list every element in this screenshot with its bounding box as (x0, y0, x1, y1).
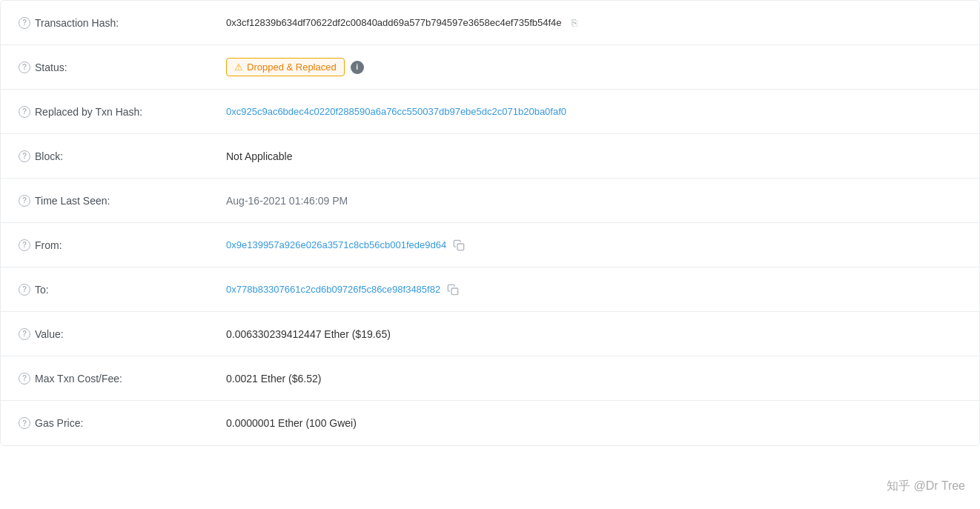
hash-value-transaction: 0x3cf12839b634df70622df2c00840add69a577b… (226, 17, 562, 28)
label-from: ? From: (19, 239, 226, 251)
help-icon-gas-price[interactable]: ? (19, 417, 30, 429)
value-to: 0x778b83307661c2cd6b09726f5c86ce98f3485f… (226, 283, 961, 296)
help-icon-from[interactable]: ? (19, 239, 30, 251)
warning-icon: ⚠ (234, 61, 243, 73)
row-gas-price: ? Gas Price: 0.0000001 Ether (100 Gwei) (1, 401, 979, 445)
copy-icon-transaction-hash[interactable]: ⎘ (568, 16, 581, 30)
replaced-by-hash-link[interactable]: 0xc925c9ac6bdec4c0220f288590a6a76cc55003… (226, 106, 566, 117)
label-max-txn-cost: ? Max Txn Cost/Fee: (19, 373, 226, 385)
label-text-status: Status: (35, 61, 67, 73)
value-replaced-by: 0xc925c9ac6bdec4c0220f288590a6a76cc55003… (226, 106, 961, 117)
eth-value-text: 0.006330239412447 Ether ($19.65) (226, 328, 391, 340)
value-transaction-hash: 0x3cf12839b634df70622df2c00840add69a577b… (226, 16, 961, 30)
label-text-value: Value: (35, 328, 64, 340)
max-txn-cost-text: 0.0021 Ether ($6.52) (226, 373, 321, 385)
value-gas-price: 0.0000001 Ether (100 Gwei) (226, 417, 961, 429)
label-text-gas-price: Gas Price: (35, 417, 83, 429)
row-block: ? Block: Not Applicable (1, 134, 979, 179)
from-address-link[interactable]: 0x9e139957a926e026a3571c8cb56cb001fede9d… (226, 239, 446, 250)
label-block: ? Block: (19, 150, 226, 162)
value-max-txn-cost: 0.0021 Ether ($6.52) (226, 373, 961, 385)
row-time-last-seen: ? Time Last Seen: Aug-16-2021 01:46:09 P… (1, 179, 979, 223)
label-transaction-hash: ? Transaction Hash: (19, 17, 226, 29)
copy-icon-to[interactable] (446, 283, 460, 296)
help-icon-block[interactable]: ? (19, 150, 30, 162)
svg-rect-1 (451, 288, 458, 295)
value-time-last-seen: Aug-16-2021 01:46:09 PM (226, 195, 961, 207)
value-block: Not Applicable (226, 150, 961, 162)
label-text-replaced-by: Replaced by Txn Hash: (35, 106, 142, 118)
row-status: ? Status: ⚠ Dropped & Replaced i (1, 45, 979, 90)
row-value: ? Value: 0.006330239412447 Ether ($19.65… (1, 312, 979, 356)
gas-price-text: 0.0000001 Ether (100 Gwei) (226, 417, 357, 429)
row-max-txn-cost: ? Max Txn Cost/Fee: 0.0021 Ether ($6.52) (1, 356, 979, 401)
help-icon-time-last-seen[interactable]: ? (19, 195, 30, 207)
row-transaction-hash: ? Transaction Hash: 0x3cf12839b634df7062… (1, 1, 979, 45)
info-icon-status[interactable]: i (351, 61, 364, 74)
help-icon-max-txn-cost[interactable]: ? (19, 373, 30, 385)
help-icon-to[interactable]: ? (19, 284, 30, 296)
value-eth-value: 0.006330239412447 Ether ($19.65) (226, 328, 961, 340)
value-status: ⚠ Dropped & Replaced i (226, 58, 961, 76)
label-text-to: To: (35, 284, 49, 296)
label-text-block: Block: (35, 150, 63, 162)
help-icon-replaced-by[interactable]: ? (19, 106, 30, 118)
to-address-link[interactable]: 0x778b83307661c2cd6b09726f5c86ce98f3485f… (226, 284, 440, 295)
label-time-last-seen: ? Time Last Seen: (19, 195, 226, 207)
label-text-max-txn-cost: Max Txn Cost/Fee: (35, 373, 122, 385)
label-text-time-last-seen: Time Last Seen: (35, 195, 110, 207)
row-replaced-by: ? Replaced by Txn Hash: 0xc925c9ac6bdec4… (1, 90, 979, 134)
status-badge-text: Dropped & Replaced (247, 61, 337, 73)
label-text-transaction-hash: Transaction Hash: (35, 17, 119, 29)
status-badge: ⚠ Dropped & Replaced (226, 58, 345, 76)
help-icon-status[interactable]: ? (19, 61, 30, 73)
value-from: 0x9e139957a926e026a3571c8cb56cb001fede9d… (226, 239, 961, 252)
row-to: ? To: 0x778b83307661c2cd6b09726f5c86ce98… (1, 267, 979, 312)
label-replaced-by: ? Replaced by Txn Hash: (19, 106, 226, 118)
transaction-detail-table: ? Transaction Hash: 0x3cf12839b634df7062… (0, 0, 980, 446)
label-text-from: From: (35, 239, 62, 251)
copy-icon-from[interactable] (452, 239, 466, 252)
label-gas-price: ? Gas Price: (19, 417, 226, 429)
label-status: ? Status: (19, 61, 226, 73)
row-from: ? From: 0x9e139957a926e026a3571c8cb56cb0… (1, 223, 979, 267)
label-value: ? Value: (19, 328, 226, 340)
help-icon-value[interactable]: ? (19, 328, 30, 340)
svg-rect-0 (457, 244, 464, 250)
label-to: ? To: (19, 284, 226, 296)
help-icon-transaction-hash[interactable]: ? (19, 17, 30, 29)
block-value: Not Applicable (226, 150, 293, 162)
time-last-seen-value: Aug-16-2021 01:46:09 PM (226, 195, 348, 207)
